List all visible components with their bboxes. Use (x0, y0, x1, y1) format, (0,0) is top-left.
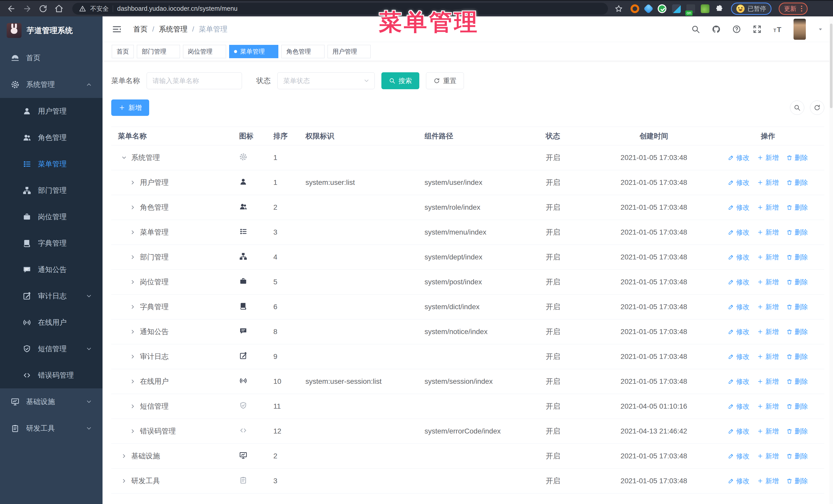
action-delete-link[interactable]: 删除 (786, 402, 808, 411)
chevron-right-icon[interactable] (130, 229, 136, 235)
browser-update-button[interactable]: 更新 (779, 3, 808, 15)
close-icon[interactable] (268, 49, 273, 54)
status-select[interactable]: 菜单状态 (277, 72, 375, 89)
close-icon[interactable] (169, 49, 175, 54)
user-avatar[interactable] (793, 19, 806, 40)
action-delete-link[interactable]: 删除 (786, 228, 808, 237)
home-icon[interactable] (54, 4, 64, 13)
action-add-link[interactable]: 新增 (757, 377, 779, 386)
action-delete-link[interactable]: 删除 (786, 153, 808, 162)
action-add-link[interactable]: 新增 (757, 327, 779, 336)
sidebar-item-12[interactable]: 错误码管理 (0, 362, 102, 388)
close-icon[interactable] (216, 49, 221, 54)
puzzle-icon[interactable] (715, 4, 724, 13)
textsize-icon[interactable]: TT (773, 25, 782, 34)
action-edit-link[interactable]: 修改 (728, 178, 749, 187)
chevron-right-icon[interactable] (121, 478, 127, 484)
extension-leaf-icon[interactable] (701, 4, 710, 13)
menu-name-input[interactable] (147, 72, 242, 89)
sidebar-item-9[interactable]: 审计日志 (0, 283, 102, 309)
action-edit-link[interactable]: 修改 (728, 477, 749, 485)
breadcrumb-home[interactable]: 首页 (133, 24, 148, 34)
action-delete-link[interactable]: 删除 (786, 203, 808, 212)
sidebar-item-7[interactable]: 字典管理 (0, 230, 102, 256)
reset-button[interactable]: 重置 (426, 72, 464, 89)
action-edit-link[interactable]: 修改 (728, 303, 749, 311)
close-icon[interactable] (360, 49, 366, 54)
action-edit-link[interactable]: 修改 (728, 352, 749, 361)
action-delete-link[interactable]: 删除 (786, 477, 808, 485)
action-add-link[interactable]: 新增 (757, 153, 779, 162)
chevron-right-icon[interactable] (130, 179, 136, 186)
back-icon[interactable] (7, 4, 16, 13)
forward-icon[interactable] (23, 4, 32, 13)
action-add-link[interactable]: 新增 (757, 228, 779, 237)
action-delete-link[interactable]: 删除 (786, 377, 808, 386)
action-edit-link[interactable]: 修改 (728, 327, 749, 336)
chevron-down-icon[interactable] (121, 154, 127, 161)
action-add-link[interactable]: 新增 (757, 178, 779, 187)
extension-blue-gem-icon[interactable] (643, 4, 653, 14)
extension-green-check-icon[interactable] (658, 4, 666, 13)
browser-profile-chip[interactable]: 已暂停 (731, 3, 771, 15)
search-icon[interactable] (691, 25, 700, 34)
star-icon[interactable] (615, 5, 623, 13)
action-add-link[interactable]: 新增 (757, 402, 779, 411)
action-edit-link[interactable]: 修改 (728, 228, 749, 237)
action-add-link[interactable]: 新增 (757, 427, 779, 436)
question-icon[interactable] (732, 25, 741, 34)
action-delete-link[interactable]: 删除 (786, 352, 808, 361)
tab-tag[interactable]: 用户管理 (328, 45, 371, 58)
action-add-link[interactable]: 新增 (757, 203, 779, 212)
action-add-link[interactable]: 新增 (757, 303, 779, 311)
action-delete-link[interactable]: 删除 (786, 303, 808, 311)
address-bar[interactable]: 不安全 dashboard.yudao.iocoder.cn/system/me… (72, 3, 608, 15)
page-scrollbar[interactable] (829, 17, 833, 504)
action-edit-link[interactable]: 修改 (728, 278, 749, 287)
action-edit-link[interactable]: 修改 (728, 452, 749, 461)
chevron-right-icon[interactable] (130, 304, 136, 310)
add-button[interactable]: 新增 (111, 99, 149, 116)
show-search-toggle-button[interactable] (790, 100, 804, 115)
app-logo-row[interactable]: 芋道管理系统 (0, 17, 102, 45)
chevron-right-icon[interactable] (130, 378, 136, 385)
action-edit-link[interactable]: 修改 (728, 203, 749, 212)
fullscreen-icon[interactable] (753, 25, 762, 34)
action-add-link[interactable]: 新增 (757, 452, 779, 461)
chevron-right-icon[interactable] (130, 254, 136, 260)
action-add-link[interactable]: 新增 (757, 278, 779, 287)
tab-tag[interactable]: 部门管理 (137, 45, 180, 58)
action-add-link[interactable]: 新增 (757, 253, 779, 262)
tab-tag[interactable]: 角色管理 (281, 45, 325, 58)
chevron-right-icon[interactable] (130, 204, 136, 211)
tab-tag[interactable]: 首页 (112, 45, 134, 58)
extension-grid-icon[interactable] (672, 4, 681, 13)
refresh-table-button[interactable] (810, 100, 824, 115)
action-delete-link[interactable]: 删除 (786, 427, 808, 436)
github-icon[interactable] (712, 25, 721, 34)
action-edit-link[interactable]: 修改 (728, 153, 749, 162)
sidebar-item-11[interactable]: 短信管理 (0, 336, 102, 362)
reload-icon[interactable] (39, 4, 48, 13)
chevron-right-icon[interactable] (130, 329, 136, 335)
tab-tag[interactable]: 岗位管理 (183, 45, 226, 58)
action-edit-link[interactable]: 修改 (728, 427, 749, 436)
hamburger-icon[interactable] (112, 24, 122, 34)
sidebar-item-3[interactable]: 角色管理 (0, 124, 102, 151)
sidebar-item-0[interactable]: 首页 (0, 45, 102, 71)
action-add-link[interactable]: 新增 (757, 352, 779, 361)
action-delete-link[interactable]: 删除 (786, 253, 808, 262)
sidebar-item-14[interactable]: 研发工具 (0, 415, 102, 442)
sidebar-item-2[interactable]: 用户管理 (0, 98, 102, 124)
chevron-right-icon[interactable] (130, 403, 136, 409)
sidebar-item-10[interactable]: 在线用户 (0, 309, 102, 336)
chevron-right-icon[interactable] (130, 354, 136, 360)
action-delete-link[interactable]: 删除 (786, 327, 808, 336)
sidebar-item-4[interactable]: 菜单管理 (0, 151, 102, 177)
sidebar-item-1[interactable]: 系统管理 (0, 71, 102, 98)
scrollbar-thumb[interactable] (830, 24, 832, 108)
sidebar-item-8[interactable]: 通知公告 (0, 256, 102, 283)
sidebar-item-13[interactable]: 基础设施 (0, 388, 102, 415)
action-add-link[interactable]: 新增 (757, 477, 779, 485)
search-button[interactable]: 搜索 (381, 72, 419, 89)
